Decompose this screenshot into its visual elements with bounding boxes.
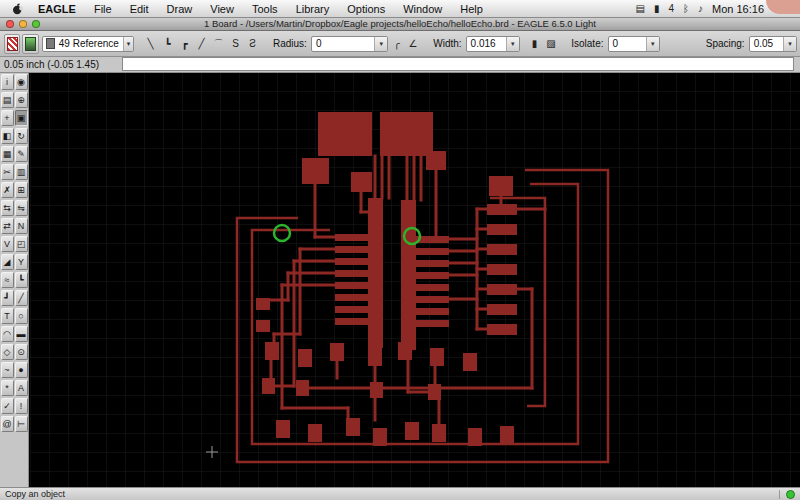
chevron-down-icon: ▾ — [123, 37, 133, 51]
tool-text-icon[interactable]: T — [1, 308, 14, 324]
tool-value-icon[interactable]: V — [1, 236, 14, 252]
status-text: Copy an object — [5, 489, 65, 499]
pages-icon[interactable]: ▤ — [635, 3, 644, 14]
tool-attribute-icon[interactable]: @ — [1, 416, 14, 432]
tool-route-icon[interactable]: ┗ — [15, 272, 28, 288]
tool-drc-icon[interactable]: ✓ — [1, 398, 14, 414]
tool-circle-icon[interactable]: ○ — [15, 308, 28, 324]
tool-change-icon[interactable]: ✎ — [15, 146, 28, 162]
command-input[interactable] — [122, 57, 794, 71]
tool-replace-icon[interactable]: ⇋ — [15, 200, 28, 216]
tool-ratsnest-icon[interactable]: * — [1, 380, 14, 396]
zoom-button[interactable] — [32, 20, 40, 28]
width-label: Width: — [433, 38, 461, 49]
battery-level[interactable]: 4 — [668, 3, 674, 14]
apple-icon — [12, 3, 23, 15]
menu-item-window[interactable]: Window — [394, 3, 451, 15]
tool-show-icon[interactable]: ◉ — [15, 74, 28, 90]
chevron-down-icon: ▾ — [506, 37, 519, 51]
tool-pinswap-icon[interactable]: ⇆ — [1, 200, 14, 216]
tool-info-icon[interactable]: i — [1, 74, 14, 90]
radius-select[interactable]: 0 ▾ — [311, 36, 388, 52]
close-button[interactable] — [6, 20, 14, 28]
tool-move-icon[interactable]: + — [1, 110, 14, 126]
spacing-select[interactable]: 0.05 ▾ — [749, 36, 797, 52]
tool-mark-icon[interactable]: ⊕ — [15, 92, 28, 108]
tool-hole-icon[interactable]: ● — [15, 362, 28, 378]
width-select-value: 0.016 — [467, 38, 506, 49]
tool-delete-icon[interactable]: ✗ — [1, 182, 14, 198]
tool-smash-icon[interactable]: ◰ — [15, 236, 28, 252]
tool-optimize-icon[interactable]: ≈ — [1, 272, 14, 288]
window-title: 1 Board - /Users/Martin/Dropbox/Eagle pr… — [40, 18, 760, 29]
status-ok-indicator — [786, 490, 795, 499]
grid-icon[interactable] — [4, 34, 20, 54]
minimize-button[interactable] — [19, 20, 27, 28]
menu-item-eagle[interactable]: EAGLE — [29, 3, 85, 15]
menu-status-icons: ▤▮4ᛒ♪ — [635, 3, 703, 14]
layers-icon[interactable] — [22, 34, 38, 54]
tool-signal-icon[interactable]: ~ — [1, 362, 14, 378]
menu-item-help[interactable]: Help — [451, 3, 492, 15]
wire-bend-s-icon[interactable]: S — [228, 36, 242, 52]
tool-miter-icon[interactable]: ◢ — [1, 254, 14, 270]
tool-wire-icon[interactable]: ╱ — [15, 290, 28, 306]
tool-group-icon[interactable]: ▦ — [1, 146, 14, 162]
width-select[interactable]: 0.016 ▾ — [466, 36, 520, 52]
tool-copy-icon[interactable]: ▣ — [15, 110, 28, 126]
miter-straight-icon[interactable]: ∠ — [406, 36, 420, 52]
tool-rect-icon[interactable]: ▬ — [15, 326, 28, 342]
bluetooth-icon[interactable]: ᛒ — [683, 3, 689, 14]
wire-bend-diagonal-icon[interactable]: ╲ — [143, 36, 157, 52]
isolate-label: Isolate: — [571, 38, 603, 49]
menu-item-library[interactable]: Library — [287, 3, 339, 15]
tool-cut-icon[interactable]: ✂ — [1, 164, 14, 180]
apple-menu[interactable] — [6, 3, 29, 15]
tool-polygon-icon[interactable]: ◇ — [1, 344, 14, 360]
layer-color-chip — [46, 38, 55, 49]
cursor-coordinates: 0.05 inch (-0.05 1.45) — [4, 59, 116, 70]
tool-display-icon[interactable]: ▤ — [1, 92, 14, 108]
tool-mirror-icon[interactable]: ◧ — [1, 128, 14, 144]
spacing-select-value: 0.05 — [750, 38, 783, 49]
pour-solid-icon[interactable]: ▮ — [528, 36, 542, 52]
miter-round-icon[interactable]: ╭ — [390, 36, 404, 52]
layer-select-value: 49 Reference — [55, 38, 123, 49]
window-controls — [0, 20, 40, 28]
board-canvas[interactable] — [30, 72, 800, 488]
battery-icon[interactable]: ▮ — [654, 3, 660, 14]
wire-bend-s-reverse-icon[interactable]: Ƨ — [245, 36, 259, 52]
pcb-artwork — [30, 72, 800, 488]
wire-bend-90-down-icon[interactable]: ┏ — [177, 36, 191, 52]
tool-dimension-icon[interactable]: ⊢ — [15, 416, 28, 432]
tool-auto-icon[interactable]: A — [15, 380, 28, 396]
menu-item-view[interactable]: View — [201, 3, 243, 15]
radius-select-value: 0 — [312, 38, 374, 49]
tool-paste-icon[interactable]: ▥ — [15, 164, 28, 180]
wire-bend-90-up-icon[interactable]: ┗ — [160, 36, 174, 52]
menu-item-file[interactable]: File — [85, 3, 121, 15]
spacing-label: Spacing: — [706, 38, 745, 49]
tool-rotate-icon[interactable]: ↻ — [15, 128, 28, 144]
coordinate-bar: 0.05 inch (-0.05 1.45) — [0, 56, 800, 73]
tool-via-icon[interactable]: ⊙ — [15, 344, 28, 360]
layer-select[interactable]: 49 Reference ▾ — [42, 36, 134, 52]
wire-bend-arc-icon[interactable]: ⌒ — [211, 36, 225, 52]
pour-hatch-icon[interactable]: ▨ — [544, 36, 558, 52]
isolate-select[interactable]: 0 ▾ — [608, 36, 660, 52]
tool-ripup-icon[interactable]: ┛ — [1, 290, 14, 306]
menu-item-tools[interactable]: Tools — [243, 3, 287, 15]
menu-item-draw[interactable]: Draw — [158, 3, 202, 15]
tool-name-icon[interactable]: N — [15, 218, 28, 234]
menu-item-edit[interactable]: Edit — [121, 3, 158, 15]
tool-arc-icon[interactable]: ◠ — [1, 326, 14, 342]
status-divider — [779, 490, 780, 499]
tool-errors-icon[interactable]: ! — [15, 398, 28, 414]
wire-bend-45-icon[interactable]: ╱ — [194, 36, 208, 52]
menu-item-options[interactable]: Options — [338, 3, 394, 15]
menu-clock[interactable]: Mon 16:16 — [712, 3, 764, 15]
tool-gateswap-icon[interactable]: ⇄ — [1, 218, 14, 234]
tool-split-icon[interactable]: Y — [15, 254, 28, 270]
tool-add-icon[interactable]: ⊞ — [15, 182, 28, 198]
volume-icon[interactable]: ♪ — [698, 3, 703, 14]
